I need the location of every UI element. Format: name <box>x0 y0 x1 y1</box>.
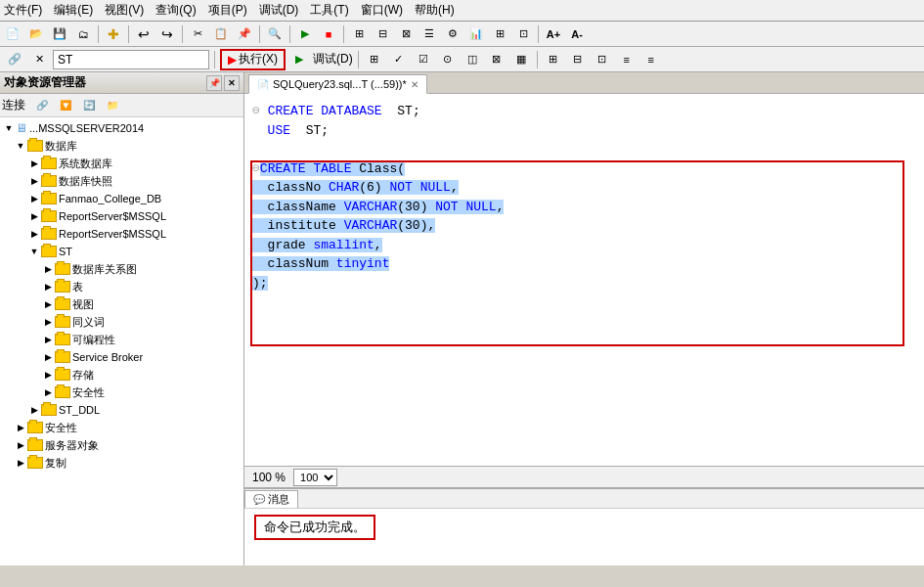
diag-expander[interactable]: ▶ <box>41 262 55 276</box>
t7[interactable]: ⊞ <box>489 23 510 45</box>
menu-project[interactable]: 项目(P) <box>208 2 247 19</box>
cut-btn[interactable]: ✂ <box>187 23 208 45</box>
tree-reportserver1[interactable]: ▶ ReportServer$MSSQL <box>0 207 243 225</box>
connect-icon[interactable]: 🔗 <box>4 49 25 70</box>
t9[interactable]: ⊞ <box>364 49 385 70</box>
tree-databases-folder[interactable]: ▼ 数据库 <box>0 137 243 155</box>
oe-refresh-btn[interactable]: 🔄 <box>78 95 100 116</box>
t20[interactable]: ≡ <box>640 49 662 70</box>
fanmao-expander[interactable]: ▶ <box>27 192 41 205</box>
tree-tables[interactable]: ▶ 表 <box>0 278 243 295</box>
prog-expander[interactable]: ▶ <box>41 333 55 346</box>
database-combo[interactable] <box>53 50 209 69</box>
tree-replication[interactable]: ▶ 复制 <box>0 454 243 472</box>
menu-window[interactable]: 窗口(W) <box>361 2 403 19</box>
message-tab[interactable]: 💬 消息 <box>244 490 298 508</box>
tree-programmability[interactable]: ▶ 可编程性 <box>0 331 243 348</box>
connect-label[interactable]: 连接 <box>2 97 25 113</box>
execute-button[interactable]: ▶ 执行(X) <box>220 49 286 70</box>
sobj-expander[interactable]: ▶ <box>14 438 27 452</box>
tree-security[interactable]: ▶ 安全性 <box>0 419 243 436</box>
stdll-expander[interactable]: ▶ <box>27 403 41 417</box>
undo-btn[interactable]: ↩ <box>133 23 154 45</box>
rs2-expander[interactable]: ▶ <box>27 227 41 241</box>
save-all-btn[interactable]: 🗂 <box>72 23 94 45</box>
rep-expander[interactable]: ▶ <box>14 456 27 470</box>
find-btn[interactable]: 🔍 <box>264 23 286 45</box>
sec-st-expander[interactable]: ▶ <box>41 385 55 399</box>
editor-area[interactable]: ⊖ CREATE DATABASE ST; USE ST; ⊖CREATE TA… <box>244 94 924 466</box>
run-btn[interactable]: ▶ <box>294 23 316 45</box>
t13[interactable]: ◫ <box>462 49 483 70</box>
disconnect-icon[interactable]: ✕ <box>28 49 50 70</box>
tree-server-objects[interactable]: ▶ 服务器对象 <box>0 436 243 454</box>
tree-service-broker[interactable]: ▶ Service Broker <box>0 348 243 366</box>
t4[interactable]: ☰ <box>418 23 440 45</box>
t12[interactable]: ⊙ <box>437 49 459 70</box>
tree-views[interactable]: ▶ 视图 <box>0 295 243 313</box>
sec-expander[interactable]: ▶ <box>14 421 27 434</box>
t1[interactable]: ⊞ <box>348 23 370 45</box>
t3[interactable]: ⊠ <box>395 23 417 45</box>
tree-snapshot[interactable]: ▶ 数据库快照 <box>0 172 243 190</box>
menu-view[interactable]: 视图(V) <box>105 2 144 19</box>
font-larger[interactable]: A+ <box>543 23 564 45</box>
tree-fanmao[interactable]: ▶ Fanmao_College_DB <box>0 190 243 207</box>
debug-label[interactable]: 调试(D) <box>313 51 353 68</box>
open-btn[interactable]: 📂 <box>25 23 47 45</box>
syn-expander[interactable]: ▶ <box>41 315 55 329</box>
databases-expander[interactable]: ▼ <box>14 139 27 153</box>
t5[interactable]: ⚙ <box>442 23 463 45</box>
oe-tree[interactable]: ▼ 🖥 ...MSSQLSERVER2014 ▼ 数据库 ▶ 系统数据库 ▶ 数… <box>0 117 243 565</box>
t10[interactable]: ✓ <box>388 49 410 70</box>
menu-edit[interactable]: 编辑(E) <box>54 2 93 19</box>
zoom-combo[interactable]: 100 % 75 % 125 % 150 % <box>293 469 337 486</box>
tab-close-btn[interactable]: ✕ <box>411 79 418 90</box>
menu-file[interactable]: 文件(F) <box>4 2 42 19</box>
menu-debug[interactable]: 调试(D) <box>259 2 299 19</box>
oe-close-btn[interactable]: ✕ <box>224 75 240 91</box>
t18[interactable]: ⊡ <box>592 49 613 70</box>
t8[interactable]: ⊡ <box>512 23 534 45</box>
tree-storage[interactable]: ▶ 存储 <box>0 366 243 384</box>
t14[interactable]: ⊠ <box>486 49 507 70</box>
tree-system-db[interactable]: ▶ 系统数据库 <box>0 155 243 172</box>
menu-tools[interactable]: 工具(T) <box>310 2 348 19</box>
t16[interactable]: ⊞ <box>543 49 564 70</box>
font-smaller[interactable]: A- <box>566 23 588 45</box>
oe-filter-btn[interactable]: 🔽 <box>55 95 76 116</box>
sb-expander[interactable]: ▶ <box>41 350 55 364</box>
snapshot-expander[interactable]: ▶ <box>27 174 41 188</box>
tree-db-diagrams[interactable]: ▶ 数据库关系图 <box>0 260 243 278</box>
new-query-btn2[interactable]: ✚ <box>103 23 124 45</box>
copy-btn[interactable]: 📋 <box>210 23 232 45</box>
t2[interactable]: ⊟ <box>372 23 393 45</box>
t11[interactable]: ☑ <box>413 49 434 70</box>
oe-connect-btn[interactable]: 🔗 <box>31 95 53 116</box>
menu-help[interactable]: 帮助(H) <box>415 2 455 19</box>
new-query-btn[interactable]: 📄 <box>2 23 23 45</box>
tree-server-node[interactable]: ▼ 🖥 ...MSSQLSERVER2014 <box>0 119 243 137</box>
stop-btn[interactable]: ■ <box>318 23 339 45</box>
tree-security-st[interactable]: ▶ 安全性 <box>0 384 243 401</box>
sysdb-expander[interactable]: ▶ <box>27 157 41 170</box>
storage-expander[interactable]: ▶ <box>41 368 55 382</box>
menu-query[interactable]: 查询(Q) <box>155 2 196 19</box>
save-btn[interactable]: 💾 <box>49 23 70 45</box>
t17[interactable]: ⊟ <box>567 49 589 70</box>
server-expander[interactable]: ▼ <box>2 121 16 135</box>
tables-expander[interactable]: ▶ <box>41 280 55 294</box>
views-expander[interactable]: ▶ <box>41 297 55 311</box>
paste-btn[interactable]: 📌 <box>234 23 255 45</box>
tree-reportserver2[interactable]: ▶ ReportServer$MSSQL <box>0 225 243 243</box>
editor-tab-active[interactable]: 📄 SQLQuery23.sql...T (...59))* ✕ <box>248 74 427 94</box>
t19[interactable]: ≡ <box>616 49 638 70</box>
tree-st-ddl[interactable]: ▶ ST_DDL <box>0 401 243 419</box>
st-expander[interactable]: ▼ <box>27 245 41 258</box>
t6[interactable]: 📊 <box>465 23 487 45</box>
oe-collapse-btn[interactable]: 📁 <box>102 95 123 116</box>
debug-run-icon[interactable]: ▶ <box>288 49 310 70</box>
tree-st-db[interactable]: ▼ ST <box>0 243 243 260</box>
t15[interactable]: ▦ <box>510 49 532 70</box>
redo-btn[interactable]: ↪ <box>156 23 178 45</box>
